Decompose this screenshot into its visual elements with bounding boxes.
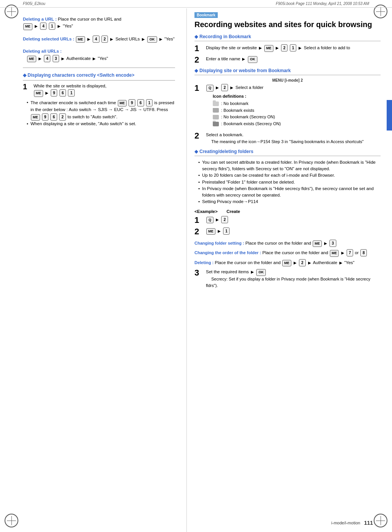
creating-bullets: You can set secret attribute to a create… xyxy=(194,159,381,205)
icon-def-label-text: Icon definitions : xyxy=(213,93,246,100)
changing-order-text: Place the cursor on the folder and xyxy=(262,250,329,255)
creating-bullet-5: Setting Privacy mode→P114 xyxy=(198,198,381,205)
arr-r3: ▶ xyxy=(299,46,302,50)
right-column: Bookmark Recording websites and sites fo… xyxy=(187,8,392,532)
key-9-d1: 9 xyxy=(51,89,58,97)
select-bookmark-text: Select a bookmark. xyxy=(206,132,243,137)
select-urls-text: Select URLs xyxy=(116,37,140,41)
ex-step1-content: Q ▶ 2 xyxy=(206,216,381,224)
me-key-3: ME xyxy=(27,56,36,63)
me-key-co: ME xyxy=(330,250,339,257)
cr-step3-content: Set the required items ▶ OK Secrecy: Set… xyxy=(206,269,381,289)
rec-step1-content: Display the site or website ▶ ME ▶ 2 1 ▶… xyxy=(206,44,381,52)
key-2-2: 2 xyxy=(101,35,108,43)
disp-step-num-2: 2 xyxy=(194,132,203,140)
creating-hr xyxy=(194,156,381,156)
creating-bullet-1: You can set secret attribute to a create… xyxy=(198,159,381,172)
rec-step1-text: Display the site or website xyxy=(206,45,257,50)
arr-df3: ▶ xyxy=(339,261,342,265)
secrecy-note: Secrecy: Set if you display a folder in … xyxy=(206,277,370,288)
deleting-selected-label: Deleting selected URLs : xyxy=(23,37,74,41)
example-action: Create xyxy=(227,209,240,214)
creating-section: Creating/deleting folders You can set se… xyxy=(194,149,381,289)
arrow-2: ▶ xyxy=(58,24,61,28)
arrow-5: ▶ xyxy=(142,37,145,41)
page-footer: i-mode/i-motion 111 xyxy=(331,520,373,526)
creating-bullet-4: In Privacy mode (when Bookmark is "Hide … xyxy=(198,185,381,199)
display-step1-content: While the site or website is displayed, … xyxy=(34,83,175,97)
me-key-2: ME xyxy=(76,36,85,43)
arr-co1: ▶ xyxy=(341,251,344,255)
arr-cf: ▶ xyxy=(324,241,327,245)
key-1-1: 1 xyxy=(49,23,56,30)
key-6-d1: 6 xyxy=(59,89,66,97)
changing-folder-note: Changing folder setting : Place the curs… xyxy=(194,240,381,247)
q-key-ex1: Q xyxy=(206,217,214,224)
display-bullet-2: When displaying a site or website, "Auto… xyxy=(27,121,175,127)
icon-no-bookmark-secrecy: : No bookmark (Secrecy ON) xyxy=(213,114,381,121)
folder-icon-star xyxy=(213,108,219,113)
key-6-d3: 6 xyxy=(50,113,57,121)
displaying-step1: 1 Q ▶ 2 ▶ Select a folder Icon definitio… xyxy=(194,84,381,129)
folder-icon-lock-empty xyxy=(213,115,219,119)
deleting-url-label: Deleting a URL : xyxy=(23,17,57,21)
folder-notes: Changing folder setting : Place the curs… xyxy=(194,240,381,267)
q-key-d1: Q xyxy=(206,85,214,92)
key-6-d2: 6 xyxy=(137,99,144,106)
me-key-df: ME xyxy=(282,260,291,267)
or-text: or xyxy=(355,250,360,255)
display-switch-title: Displaying characters correctly <Switch … xyxy=(23,73,175,78)
display-chars-section: Displaying characters correctly <Switch … xyxy=(23,73,175,127)
key-2-r1: 2 xyxy=(281,44,288,52)
displaying-section: Displaying site or website from Bookmark… xyxy=(194,68,381,145)
key-4-2a: 4 xyxy=(93,35,100,43)
ex-step-num-2: 2 xyxy=(194,227,203,236)
arr-ex1: ▶ xyxy=(216,218,219,222)
page-number: 111 xyxy=(364,520,373,526)
creating-bullet-2: Up to 20 folders can be created for each… xyxy=(198,172,381,179)
icon-bookmark-exists-text: : Bookmark exists xyxy=(221,107,254,114)
yes-2: "Yes" xyxy=(164,37,175,41)
key-9-d2: 9 xyxy=(129,99,135,106)
folder-icon-empty xyxy=(213,102,219,106)
divider-2 xyxy=(23,80,175,81)
display-switch-label: Displaying characters correctly <Switch … xyxy=(27,73,134,78)
key-7-co: 7 xyxy=(347,249,353,256)
key-2-d3: 2 xyxy=(59,113,66,121)
header-bookinfo: F905i.book Page 111 Monday, April 21, 20… xyxy=(276,2,369,6)
select-folder-d1: Select a folder xyxy=(235,85,263,90)
changing-order-note: Changing the order of the folder : Place… xyxy=(194,249,381,257)
deleting-selected-section: Deleting selected URLs : ME ▶ 4 2 ▶ Sele… xyxy=(23,35,175,43)
key-4-1: 4 xyxy=(40,23,47,30)
disp-step2-content: Select a bookmark. The meaning of the ic… xyxy=(206,132,381,145)
changing-folder-text: Place the cursor on the folder and xyxy=(245,241,312,245)
key-1-d1: 1 xyxy=(68,89,75,97)
disp-step-num-1: 1 xyxy=(194,84,203,92)
disp-step1-content: Q ▶ 2 ▶ Select a folder Icon definitions… xyxy=(206,84,381,129)
ex-step-num-1: 1 xyxy=(194,216,203,224)
arr-r2: ▶ xyxy=(276,46,279,50)
me-key-ex2: ME xyxy=(206,228,215,235)
key-2-d4: 2 xyxy=(221,84,228,91)
icon-bookmark-secrecy: : Bookmark exists (Secrecy ON) xyxy=(213,121,381,127)
key-8-co: 8 xyxy=(360,249,367,256)
rec-step2-content: Enter a title name ▶ OK xyxy=(206,56,381,63)
authenticate-text: Authenticate xyxy=(66,56,91,61)
icon-bookmark-exists: : Bookmark exists xyxy=(213,107,381,114)
arrow-8: ▶ xyxy=(61,56,64,61)
key-1-d2: 1 xyxy=(146,99,153,106)
recording-step2: 2 Enter a title name ▶ OK xyxy=(194,56,381,64)
key-3-cf: 3 xyxy=(329,240,336,247)
me-key-d1: ME xyxy=(34,90,43,97)
me-key-1: ME xyxy=(23,23,32,30)
arr-d3: ▶ xyxy=(230,85,233,90)
recording-step1: 1 Display the site or website ▶ ME ▶ 2 1… xyxy=(194,44,381,53)
arrow-1: ▶ xyxy=(35,24,38,28)
display-bullet-1: The character encode is switched each ti… xyxy=(27,99,175,121)
ex-step2-content: ME ▶ 1 xyxy=(206,227,381,235)
arr-d1: ▶ xyxy=(45,91,48,95)
right-tab xyxy=(387,100,392,131)
recording-title-text: Recording in Bookmark xyxy=(199,34,251,39)
key-4-3a: 4 xyxy=(44,55,51,62)
displaying-title: Displaying site or website from Bookmark xyxy=(194,68,381,73)
